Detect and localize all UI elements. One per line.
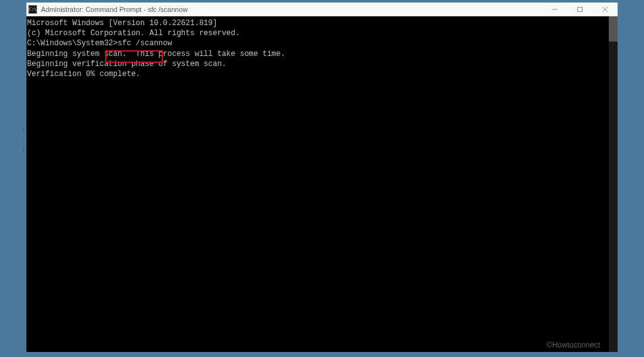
window-title: Administrator: Command Prompt - sfc /sca… <box>41 6 542 13</box>
terminal-line: (c) Microsoft Corporation. All rights re… <box>26 28 618 38</box>
titlebar[interactable]: C:\ Administrator: Command Prompt - sfc … <box>26 3 618 16</box>
window-controls <box>542 3 618 16</box>
watermark-text: ©Howtoconnect <box>547 340 600 350</box>
page-artifact: : <box>21 135 26 144</box>
page-artifact: ) <box>21 124 26 134</box>
scrollbar-thumb[interactable] <box>609 16 618 41</box>
terminal-area[interactable]: Microsoft Windows [Version 10.0.22621.81… <box>26 16 618 352</box>
maximize-button[interactable] <box>567 3 592 16</box>
terminal-line: Verification 0% complete. <box>26 69 618 79</box>
vertical-scrollbar[interactable] <box>609 16 618 352</box>
terminal-line: Beginning system scan. This process will… <box>26 49 618 59</box>
close-button[interactable] <box>592 3 618 16</box>
cmd-icon: C:\ <box>28 5 37 14</box>
terminal-prompt-line: C:\Windows\System32>sfc /scannow <box>26 38 618 48</box>
terminal-line: Microsoft Windows [Version 10.0.22621.81… <box>26 18 618 28</box>
svg-rect-1 <box>578 7 582 11</box>
terminal-line: Beginning verification phase of system s… <box>26 59 618 69</box>
command-prompt-window: C:\ Administrator: Command Prompt - sfc … <box>26 3 618 352</box>
minimize-button[interactable] <box>542 3 567 16</box>
page-artifact: ( <box>21 145 26 154</box>
